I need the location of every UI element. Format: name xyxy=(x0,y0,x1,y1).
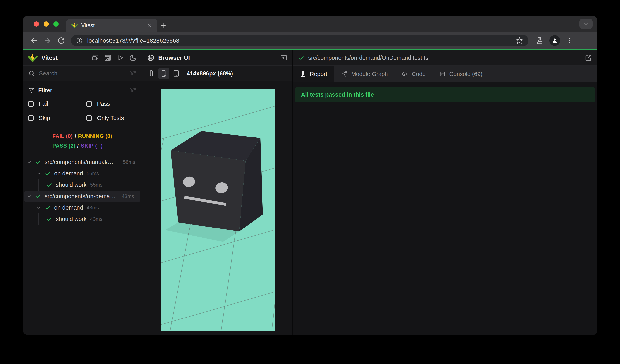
cube-front-face xyxy=(170,150,246,232)
test-status-summary: FAIL (0)/RUNNING (0) PASS (2)/SKIP (--) xyxy=(23,131,142,151)
bookmark-star-icon[interactable] xyxy=(515,37,523,44)
clear-filter-icon[interactable] xyxy=(130,87,136,94)
report-panel: src/components/on-demand/OnDemand.test.t… xyxy=(293,50,597,335)
viewport-area xyxy=(142,81,293,335)
chevron-down-icon[interactable] xyxy=(27,160,32,165)
pass-check-icon xyxy=(35,193,41,199)
device-phone-plus-button[interactable] xyxy=(158,68,169,79)
filter-checkbox-skip[interactable]: Skip xyxy=(28,115,87,121)
forward-button[interactable] xyxy=(42,35,53,46)
menu-dots-icon[interactable] xyxy=(566,37,574,44)
pass-check-icon xyxy=(46,216,52,222)
browser-toolbar: localhost:5173/#/?file=1828625563 xyxy=(23,32,597,49)
sidebar-header: Vitest xyxy=(23,50,142,66)
minimize-window-button[interactable] xyxy=(44,21,49,27)
reload-button[interactable] xyxy=(55,35,67,46)
checkbox-box[interactable] xyxy=(87,115,92,121)
globe-icon xyxy=(147,54,155,62)
new-tab-button[interactable] xyxy=(157,19,169,32)
traffic-lights xyxy=(23,16,66,32)
toolbar-right-icons xyxy=(536,35,574,46)
skip-count: SKIP (--) xyxy=(81,143,103,149)
browser-window: Vitest localhost:5173/#/?file=1828625563 xyxy=(23,16,597,335)
device-tablet-button[interactable] xyxy=(170,68,182,79)
test-iframe-viewport[interactable] xyxy=(161,89,275,331)
all-tests-passed-banner: All tests passed in this file xyxy=(295,87,595,102)
sidebar-title: Vitest xyxy=(41,55,58,61)
close-tab-icon[interactable] xyxy=(146,23,152,28)
run-all-play-icon[interactable] xyxy=(117,54,124,62)
clear-search-filter-icon[interactable] xyxy=(130,70,136,77)
pass-check-icon xyxy=(45,171,50,177)
search-icon xyxy=(28,70,35,77)
browser-ui-title: Browser UI xyxy=(158,55,190,61)
module-graph-icon xyxy=(341,71,348,77)
tab-console[interactable]: Console (69) xyxy=(433,66,489,82)
browser-ui-header: Browser UI xyxy=(142,50,293,66)
search-row xyxy=(23,66,142,81)
tree-suite-row[interactable]: on demand 56ms xyxy=(23,168,142,179)
dark-mode-moon-icon[interactable] xyxy=(129,54,137,62)
file-header: src/components/on-demand/OnDemand.test.t… xyxy=(293,50,597,66)
filter-checkbox-only-tests[interactable]: Only Tests xyxy=(87,115,136,121)
tab-search-button[interactable] xyxy=(579,19,593,29)
browser-tab[interactable]: Vitest xyxy=(66,19,157,32)
viewport-size-label: 414x896px (68%) xyxy=(186,70,233,77)
tree-file-row-selected[interactable]: src/components/on-dema… 43ms xyxy=(24,190,140,202)
vitest-logo-icon xyxy=(28,53,38,63)
tree-test-row[interactable]: should work 43ms xyxy=(23,213,142,225)
checkbox-box[interactable] xyxy=(28,101,33,107)
close-window-button[interactable] xyxy=(34,21,39,27)
test-file-path: src/components/on-demand/OnDemand.test.t… xyxy=(308,55,428,61)
filter-section: Filter Fail Pass xyxy=(23,81,142,128)
tree-test-row[interactable]: should work 55ms xyxy=(23,179,142,190)
report-tab-bar: Report Module Graph Code xyxy=(293,66,597,82)
open-external-icon[interactable] xyxy=(585,54,592,62)
tab-module-graph[interactable]: Module Graph xyxy=(334,66,395,82)
code-icon xyxy=(402,71,408,77)
clipboard-icon xyxy=(300,71,306,77)
test-file-tree: src/components/manual/… 56ms on demand 5… xyxy=(23,157,142,225)
checkbox-box[interactable] xyxy=(28,115,33,121)
dashboard-icon[interactable] xyxy=(104,54,112,62)
running-count: RUNNING (0) xyxy=(78,133,112,139)
pass-check-icon xyxy=(35,159,41,165)
experiments-flask-icon[interactable] xyxy=(536,37,543,44)
collapse-windows-icon[interactable] xyxy=(92,54,99,62)
address-bar[interactable]: localhost:5173/#/?file=1828625563 xyxy=(71,34,528,46)
checkbox-box[interactable] xyxy=(87,101,92,107)
vitest-sidebar: Vitest xyxy=(23,50,142,335)
tab-code[interactable]: Code xyxy=(395,66,433,82)
browser-ui-panel: Browser UI 414x896px (68%) xyxy=(142,50,293,335)
back-button[interactable] xyxy=(28,35,40,46)
device-phone-small-button[interactable] xyxy=(146,68,157,79)
filter-funnel-icon xyxy=(28,87,34,94)
filter-checkbox-pass[interactable]: Pass xyxy=(87,101,136,107)
filter-title: Filter xyxy=(38,87,52,94)
pass-check-icon xyxy=(298,55,304,61)
search-input[interactable] xyxy=(39,70,126,77)
chevron-down-icon[interactable] xyxy=(36,171,41,176)
site-info-icon[interactable] xyxy=(76,37,83,44)
url-text[interactable]: localhost:5173/#/?file=1828625563 xyxy=(87,37,511,44)
viewport-toolbar: 414x896px (68%) xyxy=(142,66,293,81)
chevron-down-icon[interactable] xyxy=(36,205,41,210)
chevron-down-icon[interactable] xyxy=(27,194,32,199)
tab-title: Vitest xyxy=(81,22,143,29)
tab-strip: Vitest xyxy=(23,16,597,32)
tree-suite-row[interactable]: on demand 43ms xyxy=(23,202,142,213)
dock-panel-right-icon[interactable] xyxy=(280,54,288,62)
vitest-favicon-icon xyxy=(71,22,78,29)
filter-checkbox-fail[interactable]: Fail xyxy=(28,101,87,107)
pass-count: PASS (2) xyxy=(52,143,75,149)
tree-file-row[interactable]: src/components/manual/… 56ms xyxy=(23,157,142,168)
maximize-window-button[interactable] xyxy=(53,21,59,27)
pass-check-icon xyxy=(46,182,52,188)
profile-avatar[interactable] xyxy=(549,35,560,46)
pass-check-icon xyxy=(45,205,50,211)
console-icon xyxy=(439,71,446,77)
fail-count: FAIL (0) xyxy=(52,133,73,139)
tab-report[interactable]: Report xyxy=(293,66,334,82)
